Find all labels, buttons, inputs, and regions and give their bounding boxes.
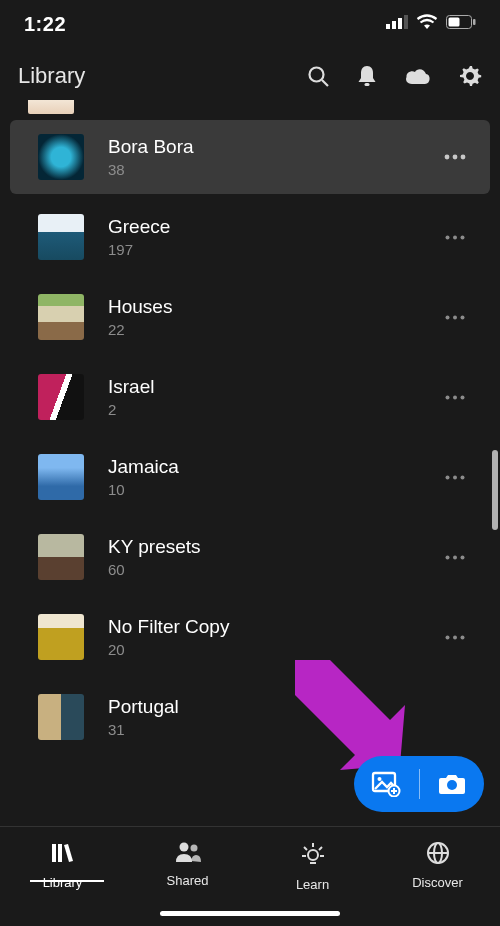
svg-point-21 [461,395,465,399]
more-icon[interactable] [440,302,470,332]
album-thumbnail [38,214,84,260]
svg-point-12 [461,155,466,160]
battery-icon [446,15,476,33]
album-thumbnail [38,694,84,740]
more-icon[interactable] [440,222,470,252]
svg-rect-3 [404,15,408,29]
tab-discover[interactable]: Discover [375,827,500,926]
list-item[interactable]: No Filter Copy 20 [10,600,490,674]
svg-point-41 [179,843,188,852]
svg-point-15 [461,235,465,239]
search-icon[interactable] [306,64,330,88]
list-item[interactable]: KY presets 60 [10,520,490,594]
svg-point-29 [453,635,457,639]
svg-line-45 [304,847,307,850]
status-indicators [386,14,476,34]
svg-point-19 [446,395,450,399]
album-thumbnail [28,100,74,114]
status-time: 1:22 [24,13,66,36]
svg-point-42 [190,845,197,852]
album-title: Houses [108,296,440,319]
svg-point-11 [453,155,458,160]
svg-point-13 [446,235,450,239]
tab-label: Discover [412,875,463,890]
camera-button[interactable] [420,772,485,796]
cloud-icon[interactable] [404,66,432,86]
album-count: 197 [108,241,440,258]
album-thumbnail [38,614,84,660]
books-icon [50,841,76,869]
svg-point-24 [461,475,465,479]
svg-rect-39 [58,844,62,862]
album-title: No Filter Copy [108,616,440,639]
svg-rect-38 [52,844,56,862]
album-title: Portugal [108,696,470,719]
more-icon[interactable] [440,142,470,172]
album-count: 10 [108,481,440,498]
people-icon [174,841,202,867]
svg-point-16 [446,315,450,319]
album-count: 60 [108,561,440,578]
header: Library [0,48,500,104]
album-title: Jamaica [108,456,440,479]
tab-library[interactable]: Library [0,827,125,926]
album-title: Israel [108,376,440,399]
album-count: 38 [108,161,440,178]
notifications-icon[interactable] [356,64,378,88]
list-item[interactable]: Portugal 31 [10,680,490,754]
list-item[interactable]: Jamaica 10 [10,440,490,514]
svg-point-17 [453,315,457,319]
add-fab [354,756,484,812]
svg-rect-9 [365,83,370,86]
svg-point-27 [461,555,465,559]
tab-label: Library [43,875,83,890]
tab-label: Learn [296,877,329,892]
album-list[interactable]: Bora Bora 38 Greece 197 Houses 22 I [0,100,500,826]
more-icon[interactable] [440,382,470,412]
svg-rect-1 [392,21,396,29]
globe-icon [426,841,450,869]
svg-point-22 [446,475,450,479]
album-thumbnail [38,294,84,340]
list-item[interactable]: Bora Bora 38 [10,120,490,194]
status-bar: 1:22 [0,0,500,48]
list-item[interactable] [0,100,500,114]
svg-point-26 [453,555,457,559]
svg-point-43 [308,850,318,860]
more-icon[interactable] [440,542,470,572]
svg-rect-2 [398,18,402,29]
list-item[interactable]: Greece 197 [10,200,490,274]
svg-rect-5 [449,18,460,27]
settings-icon[interactable] [458,64,482,88]
svg-point-18 [461,315,465,319]
add-photo-button[interactable] [354,771,419,797]
album-count: 31 [108,721,470,738]
album-thumbnail [38,454,84,500]
album-count: 2 [108,401,440,418]
album-thumbnail [38,374,84,420]
wifi-icon [416,14,438,34]
list-item[interactable]: Israel 2 [10,360,490,434]
album-count: 22 [108,321,440,338]
svg-point-20 [453,395,457,399]
svg-point-28 [446,635,450,639]
svg-point-30 [461,635,465,639]
svg-point-14 [453,235,457,239]
home-indicator[interactable] [160,911,340,916]
cellular-icon [386,15,408,33]
svg-line-46 [319,847,322,850]
album-title: KY presets [108,536,440,559]
list-item[interactable]: Houses 22 [10,280,490,354]
svg-rect-6 [473,19,476,25]
more-icon[interactable] [440,462,470,492]
scrollbar[interactable] [492,450,498,530]
album-title: Greece [108,216,440,239]
album-count: 20 [108,641,440,658]
album-thumbnail [38,534,84,580]
svg-point-23 [453,475,457,479]
svg-point-7 [310,68,324,82]
svg-point-10 [445,155,450,160]
more-icon[interactable] [440,622,470,652]
page-title: Library [18,63,85,89]
svg-point-37 [447,780,457,790]
